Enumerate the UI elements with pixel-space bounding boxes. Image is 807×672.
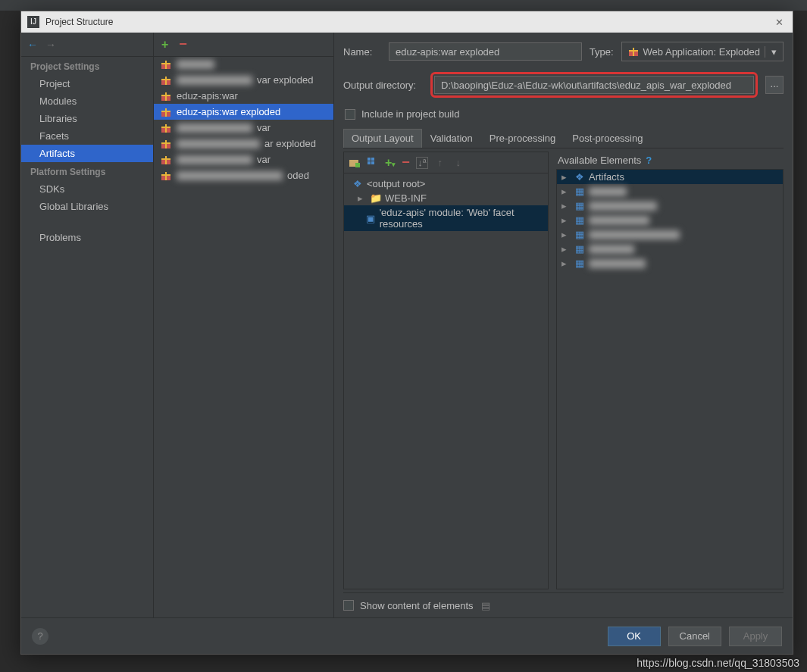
sidebar-item-artifacts[interactable]: Artifacts — [21, 145, 153, 162]
bottom-options: Show content of elements ▤ — [343, 592, 784, 617]
svg-rect-1 — [165, 61, 167, 69]
available-elements-tree[interactable]: ▸ ❖ Artifacts ▸▦ ▸▦ ▸▦ ▸▦ ▸▦ ▸▦ — [556, 169, 784, 589]
artifact-item[interactable]: ar exploded — [154, 136, 333, 152]
ok-button[interactable]: OK — [608, 627, 661, 646]
sidebar-item-problems[interactable]: Problems — [21, 229, 153, 246]
tree-facet-resources[interactable]: 'eduz-apis' module: 'Web' facet resource… — [380, 207, 543, 230]
sidebar-item-sdks[interactable]: SDKs — [21, 180, 153, 198]
dialog-footer: ? OK Cancel Apply — [21, 617, 793, 654]
gift-icon — [160, 170, 172, 181]
artifact-item[interactable]: var — [154, 120, 333, 136]
browse-button[interactable]: ... — [765, 76, 784, 94]
svg-rect-14 — [161, 127, 170, 128]
tree-webinf[interactable]: WEB-INF — [385, 192, 427, 204]
dialog-title: Project Structure — [45, 17, 771, 27]
new-folder-icon[interactable] — [349, 157, 361, 169]
svg-rect-4 — [165, 77, 167, 85]
tree-output-root[interactable]: <output root> — [367, 178, 425, 189]
help-icon[interactable]: ? — [646, 155, 652, 166]
facet-icon: ▣ — [365, 213, 377, 224]
type-value: Web Application: Exploded — [643, 46, 760, 58]
available-artifacts[interactable]: Artifacts — [589, 171, 624, 183]
name-label: Name: — [343, 46, 381, 58]
artifact-detail-panel: Name: Type: Web Application: Exploded ▾ … — [334, 33, 793, 617]
show-content-label: Show content of elements — [360, 600, 474, 611]
sidebar-item-facets[interactable]: Facets — [21, 127, 153, 145]
dialog-titlebar[interactable]: IJ Project Structure ✕ — [21, 11, 793, 33]
svg-rect-28 — [355, 163, 360, 167]
gift-icon — [160, 155, 172, 165]
intellij-icon: IJ — [27, 16, 39, 28]
tab-post-processing[interactable]: Post-processing — [564, 129, 651, 148]
svg-rect-13 — [165, 124, 167, 133]
svg-rect-11 — [161, 111, 170, 112]
artifact-list-toolbar: + − — [154, 33, 333, 57]
output-directory-input[interactable] — [434, 76, 754, 94]
svg-rect-31 — [368, 161, 371, 164]
artifact-item[interactable]: oded — [154, 167, 333, 183]
svg-rect-20 — [161, 158, 170, 160]
sidebar-item-global-libraries[interactable]: Global Libraries — [21, 198, 153, 215]
available-elements-label: Available Elements — [558, 155, 641, 166]
svg-rect-7 — [165, 92, 167, 101]
content-icon[interactable]: ▤ — [480, 599, 492, 611]
expand-arrow-icon[interactable]: ▸ — [561, 171, 571, 183]
sidebar-nav-tools: ← → — [21, 33, 153, 57]
forward-icon[interactable]: → — [45, 39, 56, 51]
move-down-icon[interactable]: ↓ — [452, 157, 464, 169]
output-root-icon: ❖ — [352, 178, 364, 189]
show-content-checkbox[interactable] — [343, 600, 354, 611]
output-directory-label: Output directory: — [343, 80, 423, 91]
artifact-item[interactable]: var exploded — [154, 72, 333, 88]
type-select[interactable]: Web Application: Exploded ▾ — [621, 42, 784, 61]
gift-icon — [160, 139, 172, 149]
gift-icon — [160, 59, 172, 70]
add-content-icon[interactable]: +▾ — [385, 156, 396, 170]
artifact-item[interactable]: eduz-apis:war exploded — [154, 104, 333, 120]
add-icon[interactable]: + — [161, 38, 168, 52]
svg-rect-19 — [165, 156, 167, 164]
gift-icon — [160, 91, 172, 102]
svg-rect-22 — [165, 172, 167, 180]
svg-rect-16 — [165, 140, 167, 148]
sidebar-item-project[interactable]: Project — [21, 75, 153, 92]
gift-icon — [628, 46, 639, 57]
help-button[interactable]: ? — [32, 628, 48, 645]
gift-icon — [160, 123, 172, 133]
expand-arrow-icon[interactable]: ▸ — [358, 192, 367, 204]
output-layout-panel: +▾ − ↓ª ↑ ↓ ❖ <output root> — [343, 152, 549, 589]
svg-rect-32 — [371, 161, 374, 164]
type-label: Type: — [590, 46, 614, 58]
tab-output-layout[interactable]: Output Layout — [343, 129, 422, 148]
output-layout-toolbar: +▾ − ↓ª ↑ ↓ — [344, 152, 548, 173]
svg-rect-5 — [161, 79, 170, 80]
project-settings-heading: Project Settings — [21, 57, 153, 75]
sidebar-item-modules[interactable]: Modules — [21, 92, 153, 110]
settings-sidebar: ← → Project Settings ProjectModulesLibra… — [21, 33, 154, 617]
cancel-button[interactable]: Cancel — [668, 627, 721, 646]
artifact-list-panel: + − var explodededuz-apis:wareduz-apis:w… — [154, 33, 334, 617]
grid-icon[interactable] — [367, 157, 379, 169]
watermark: https://blog.csdn.net/qq_31803503 — [637, 657, 799, 669]
output-layout-tree[interactable]: ❖ <output root> ▸ 📁 WEB-INF ▣ 'ed — [344, 173, 548, 589]
close-icon[interactable]: ✕ — [771, 17, 787, 28]
artifact-item[interactable]: eduz-apis:war — [154, 88, 333, 104]
tab-validation[interactable]: Validation — [422, 129, 481, 148]
move-up-icon[interactable]: ↑ — [434, 157, 446, 169]
include-in-build-checkbox[interactable] — [345, 109, 355, 120]
platform-settings-heading: Platform Settings — [21, 162, 153, 180]
sidebar-item-libraries[interactable]: Libraries — [21, 110, 153, 127]
sort-icon[interactable]: ↓ª — [416, 157, 428, 169]
tab-pre-processing[interactable]: Pre-processing — [481, 129, 564, 148]
artifact-item[interactable]: var — [154, 152, 333, 167]
remove-content-icon[interactable]: − — [402, 155, 410, 170]
svg-rect-2 — [161, 63, 170, 64]
project-structure-dialog: IJ Project Structure ✕ ← → Project Setti… — [20, 11, 793, 655]
artifact-item[interactable] — [154, 57, 333, 72]
back-icon[interactable]: ← — [27, 39, 38, 51]
name-input[interactable] — [389, 42, 582, 61]
remove-icon[interactable]: − — [179, 36, 187, 52]
apply-button[interactable]: Apply — [729, 627, 782, 646]
gift-icon — [160, 75, 172, 86]
artifact-list[interactable]: var explodededuz-apis:wareduz-apis:war e… — [154, 57, 333, 617]
